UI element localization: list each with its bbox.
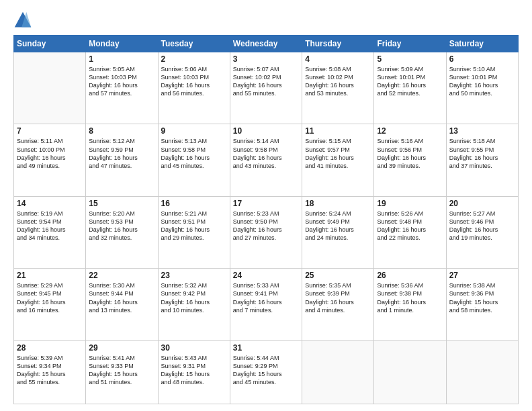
col-header-sunday: Sunday [14,36,86,52]
day-cell: 17Sunrise: 5:23 AM Sunset: 9:50 PM Dayli… [230,196,302,268]
day-number: 15 [89,199,154,208]
day-cell [302,340,374,404]
week-row-1: 1Sunrise: 5:05 AM Sunset: 10:03 PM Dayli… [14,52,519,124]
day-number: 18 [305,199,371,208]
day-cell: 31Sunrise: 5:44 AM Sunset: 9:29 PM Dayli… [230,340,302,404]
day-number: 23 [161,271,227,280]
col-header-tuesday: Tuesday [158,36,230,52]
day-number: 19 [377,199,443,208]
day-number: 2 [161,54,227,64]
day-info: Sunrise: 5:35 AM Sunset: 9:39 PM Dayligh… [305,281,371,314]
day-info: Sunrise: 5:06 AM Sunset: 10:03 PM Daylig… [161,65,227,98]
day-cell: 8Sunrise: 5:12 AM Sunset: 9:59 PM Daylig… [86,124,158,196]
col-header-wednesday: Wednesday [230,36,302,52]
day-info: Sunrise: 5:10 AM Sunset: 10:01 PM Daylig… [449,65,515,98]
day-cell: 21Sunrise: 5:29 AM Sunset: 9:45 PM Dayli… [14,269,86,340]
day-cell: 13Sunrise: 5:18 AM Sunset: 9:55 PM Dayli… [446,124,518,196]
day-info: Sunrise: 5:41 AM Sunset: 9:33 PM Dayligh… [89,354,154,387]
day-info: Sunrise: 5:39 AM Sunset: 9:34 PM Dayligh… [17,354,83,387]
day-cell: 26Sunrise: 5:36 AM Sunset: 9:38 PM Dayli… [374,269,446,340]
day-number: 14 [17,199,83,208]
calendar-header-row: SundayMondayTuesdayWednesdayThursdayFrid… [14,36,519,52]
col-header-friday: Friday [374,36,446,52]
day-cell: 4Sunrise: 5:08 AM Sunset: 10:02 PM Dayli… [302,52,374,124]
week-row-2: 7Sunrise: 5:11 AM Sunset: 10:00 PM Dayli… [14,124,519,196]
day-cell: 15Sunrise: 5:20 AM Sunset: 9:53 PM Dayli… [86,196,158,268]
week-row-3: 14Sunrise: 5:19 AM Sunset: 9:54 PM Dayli… [14,196,519,268]
day-number: 3 [233,54,299,64]
day-cell: 3Sunrise: 5:07 AM Sunset: 10:02 PM Dayli… [230,52,302,124]
day-cell: 6Sunrise: 5:10 AM Sunset: 10:01 PM Dayli… [446,52,518,124]
day-cell: 7Sunrise: 5:11 AM Sunset: 10:00 PM Dayli… [14,124,86,196]
day-cell: 16Sunrise: 5:21 AM Sunset: 9:51 PM Dayli… [158,196,230,268]
day-cell: 2Sunrise: 5:06 AM Sunset: 10:03 PM Dayli… [158,52,230,124]
day-cell: 20Sunrise: 5:27 AM Sunset: 9:46 PM Dayli… [446,196,518,268]
day-cell: 1Sunrise: 5:05 AM Sunset: 10:03 PM Dayli… [86,52,158,124]
calendar-table: SundayMondayTuesdayWednesdayThursdayFrid… [13,35,519,404]
day-info: Sunrise: 5:05 AM Sunset: 10:03 PM Daylig… [89,65,154,98]
day-info: Sunrise: 5:43 AM Sunset: 9:31 PM Dayligh… [161,354,227,387]
day-number: 8 [89,126,154,136]
day-number: 21 [17,271,83,280]
day-cell: 19Sunrise: 5:26 AM Sunset: 9:48 PM Dayli… [374,196,446,268]
day-cell: 28Sunrise: 5:39 AM Sunset: 9:34 PM Dayli… [14,340,86,404]
day-info: Sunrise: 5:29 AM Sunset: 9:45 PM Dayligh… [17,281,83,314]
day-number: 9 [161,126,227,136]
day-cell [446,340,518,404]
week-row-4: 21Sunrise: 5:29 AM Sunset: 9:45 PM Dayli… [14,269,519,340]
day-info: Sunrise: 5:12 AM Sunset: 9:59 PM Dayligh… [89,137,154,170]
day-number: 27 [449,271,515,280]
day-info: Sunrise: 5:09 AM Sunset: 10:01 PM Daylig… [377,65,443,98]
day-info: Sunrise: 5:15 AM Sunset: 9:57 PM Dayligh… [305,137,371,170]
day-info: Sunrise: 5:26 AM Sunset: 9:48 PM Dayligh… [377,210,443,242]
day-number: 10 [233,126,299,136]
logo-icon [13,11,32,30]
day-cell [374,340,446,404]
day-info: Sunrise: 5:36 AM Sunset: 9:38 PM Dayligh… [377,281,443,314]
day-number: 30 [161,343,227,353]
day-cell: 14Sunrise: 5:19 AM Sunset: 9:54 PM Dayli… [14,196,86,268]
day-number: 13 [449,126,515,136]
day-cell: 12Sunrise: 5:16 AM Sunset: 9:56 PM Dayli… [374,124,446,196]
day-cell: 9Sunrise: 5:13 AM Sunset: 9:58 PM Daylig… [158,124,230,196]
day-info: Sunrise: 5:44 AM Sunset: 9:29 PM Dayligh… [233,354,299,387]
day-number: 17 [233,199,299,208]
page: SundayMondayTuesdayWednesdayThursdayFrid… [0,0,532,411]
day-cell: 27Sunrise: 5:38 AM Sunset: 9:36 PM Dayli… [446,269,518,340]
day-number: 25 [305,271,371,280]
day-info: Sunrise: 5:30 AM Sunset: 9:44 PM Dayligh… [89,281,154,314]
day-info: Sunrise: 5:14 AM Sunset: 9:58 PM Dayligh… [233,137,299,170]
day-number: 20 [449,199,515,208]
day-number: 29 [89,343,154,353]
logo [13,11,35,30]
day-number: 11 [305,126,371,136]
day-number: 26 [377,271,443,280]
day-info: Sunrise: 5:32 AM Sunset: 9:42 PM Dayligh… [161,281,227,314]
day-info: Sunrise: 5:19 AM Sunset: 9:54 PM Dayligh… [17,210,83,242]
day-cell: 25Sunrise: 5:35 AM Sunset: 9:39 PM Dayli… [302,269,374,340]
col-header-monday: Monday [86,36,158,52]
day-number: 1 [89,54,154,64]
day-cell: 22Sunrise: 5:30 AM Sunset: 9:44 PM Dayli… [86,269,158,340]
day-number: 4 [305,54,371,64]
day-info: Sunrise: 5:33 AM Sunset: 9:41 PM Dayligh… [233,281,299,314]
day-number: 16 [161,199,227,208]
day-number: 12 [377,126,443,136]
day-info: Sunrise: 5:16 AM Sunset: 9:56 PM Dayligh… [377,137,443,170]
header [13,11,519,30]
day-number: 6 [449,54,515,64]
day-info: Sunrise: 5:38 AM Sunset: 9:36 PM Dayligh… [449,281,515,314]
day-info: Sunrise: 5:20 AM Sunset: 9:53 PM Dayligh… [89,210,154,242]
day-info: Sunrise: 5:27 AM Sunset: 9:46 PM Dayligh… [449,210,515,242]
day-info: Sunrise: 5:08 AM Sunset: 10:02 PM Daylig… [305,65,371,98]
day-info: Sunrise: 5:24 AM Sunset: 9:49 PM Dayligh… [305,210,371,242]
week-row-5: 28Sunrise: 5:39 AM Sunset: 9:34 PM Dayli… [14,340,519,404]
day-number: 5 [377,54,443,64]
day-number: 24 [233,271,299,280]
day-number: 22 [89,271,154,280]
col-header-thursday: Thursday [302,36,374,52]
day-cell: 18Sunrise: 5:24 AM Sunset: 9:49 PM Dayli… [302,196,374,268]
day-info: Sunrise: 5:18 AM Sunset: 9:55 PM Dayligh… [449,137,515,170]
day-info: Sunrise: 5:13 AM Sunset: 9:58 PM Dayligh… [161,137,227,170]
col-header-saturday: Saturday [446,36,518,52]
